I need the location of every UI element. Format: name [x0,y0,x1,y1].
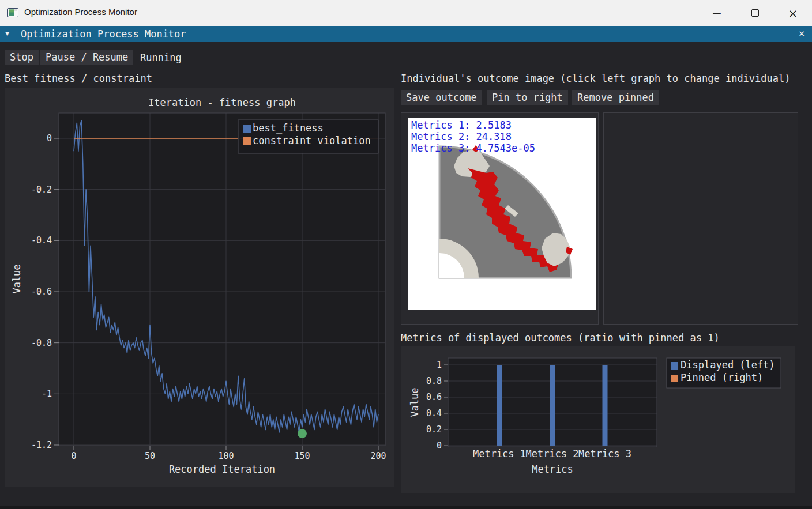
x-tick-label: 200 [370,451,386,461]
pin-to-right-button[interactable]: Pin to right [487,90,568,105]
y-tick-label: 0.6 [426,392,442,402]
fitness-chart[interactable]: 0-0.2-0.4-0.6-0.8-1-1.2050100150200Itera… [5,88,394,487]
x-axis-label: Metrics [532,463,573,475]
selected-individual-marker[interactable] [298,429,307,438]
remove-pinned-button[interactable]: Remove pinned [572,90,659,105]
window-close-icon[interactable]: × [795,28,808,40]
y-tick-label: 0.4 [426,408,442,418]
y-axis-label: Value [11,264,22,293]
y-tick-label: 0.8 [426,376,442,386]
displayed-metric-bar [550,365,555,446]
legend: best_fitnessconstraint_violation [238,120,378,153]
y-tick-label: -1.2 [31,440,52,450]
outcome-image-panel: Metrics 1: 2.5183 Metrics 2: 24.318 Metr… [401,112,599,325]
legend-label[interactable]: Pinned (right) [681,372,763,383]
x-tick-label: 100 [218,451,234,461]
metrics-chart-panel: 00.20.40.60.81Metrics 1Metrics 2Metrics … [401,346,795,493]
status-text: Running [140,52,182,63]
chart-title: Iteration - fitness graph [148,97,296,108]
metrics-section-label: Metrics of displayed outcomes (ratio wit… [401,332,720,344]
legend-swatch[interactable] [243,125,251,133]
app-window: Optimization Process Monitor — × ▼ Optim… [0,0,812,509]
y-tick-label: 1 [437,360,442,370]
close-icon: × [788,7,798,19]
outcome-image: Metrics 1: 2.5183 Metrics 2: 24.318 Metr… [408,118,596,310]
minimize-button[interactable]: — [698,0,736,26]
x-tick-label: 50 [145,451,155,461]
y-tick-label: -1 [42,389,52,399]
outcome-metric-3: Metrics 3: 4.7543e-05 [411,142,535,154]
y-tick-label: 0.2 [426,424,442,435]
x-tick-label: 150 [294,451,310,461]
save-outcome-button[interactable]: Save outcome [401,90,482,105]
imgui-window-title: Optimization Process Monitor [21,28,186,40]
os-titlebar: Optimization Process Monitor — × [0,0,812,26]
pause-resume-button[interactable]: Pause / Resume [40,50,133,65]
category-label: Metrics 3 [578,448,631,459]
displayed-metric-bar [603,365,608,446]
x-axis-label: Recorded Iteration [169,463,275,475]
category-label: Metrics 1 [473,448,526,459]
metrics-bar-chart[interactable]: 00.20.40.60.81Metrics 1Metrics 2Metrics … [401,346,795,493]
pinned-image-panel [603,112,798,325]
viewport-bottom-strip [0,506,812,509]
app-icon [7,8,18,17]
y-tick-label: -0.8 [31,338,52,348]
displayed-metric-bar [497,365,502,446]
legend-swatch[interactable] [243,137,251,145]
minimize-icon: — [713,8,721,18]
y-tick-label: 0 [437,440,442,451]
maximize-button[interactable] [736,0,774,26]
fitness-chart-panel: 0-0.2-0.4-0.6-0.8-1-1.2050100150200Itera… [5,88,394,487]
plot-area[interactable] [59,113,385,446]
legend-swatch[interactable] [671,362,678,370]
outcome-metric-2: Metrics 2: 24.318 [411,131,512,142]
close-button[interactable]: × [774,0,812,26]
y-axis-label: Value [409,387,420,417]
y-tick-label: -0.2 [31,184,52,195]
y-tick-label: -0.6 [31,286,52,297]
outcome-metric-1: Metrics 1: 2.5183 [411,119,512,131]
stop-button[interactable]: Stop [5,50,39,65]
y-tick-label: 0 [47,133,52,144]
legend-label[interactable]: constraint_violation [253,135,371,146]
x-tick-label: 0 [71,451,76,461]
category-label: Metrics 2 [525,448,578,459]
right-section-label: Individual's outcome image (click left g… [401,73,791,84]
collapse-arrow-icon[interactable]: ▼ [5,29,9,37]
legend-label[interactable]: best_fitness [253,122,324,134]
legend-swatch[interactable] [671,375,678,382]
left-section-label: Best fitness / constraint [5,73,152,84]
legend-label[interactable]: Displayed (left) [681,359,775,371]
os-window-controls: — × [698,0,812,26]
y-tick-label: -0.4 [31,235,52,246]
maximize-icon [751,9,759,17]
legend: Displayed (left)Pinned (right) [667,358,781,388]
os-window-title: Optimization Process Monitor [24,7,137,17]
